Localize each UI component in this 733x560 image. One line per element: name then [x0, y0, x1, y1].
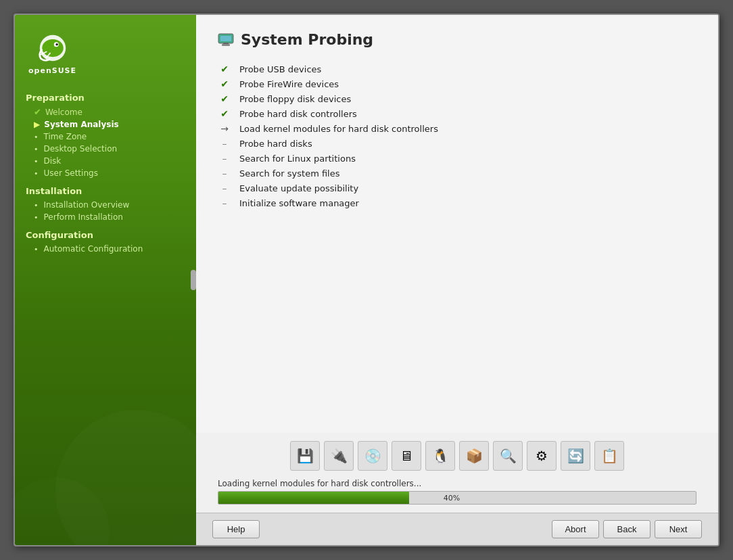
probe-list: ✔ Probe USB devices ✔ Probe FireWire dev…	[218, 62, 696, 210]
sidebar-item-perform-installation[interactable]: • Perform Installation	[15, 211, 196, 223]
svg-rect-9	[220, 36, 231, 41]
settings-icon: ⚙	[527, 441, 557, 471]
sidebar-item-desktop-selection[interactable]: • Desktop Selection	[15, 143, 196, 155]
usb-icon: 💾	[290, 441, 320, 471]
search-icon: 🔍	[493, 441, 523, 471]
probe-label-7: Search for system files	[239, 168, 340, 179]
probe-item-4: → Load kernel modules for hard disk cont…	[218, 121, 696, 136]
probe-item-0: ✔ Probe USB devices	[218, 62, 696, 76]
probe-label-6: Search for Linux partitions	[239, 154, 356, 164]
arrow-icon: ▶	[34, 120, 40, 129]
logo-area: openSUSE	[15, 15, 196, 86]
button-bar: Help Abort Back Next	[196, 513, 718, 545]
nav-configuration: Configuration • Automatic Configuration	[15, 223, 196, 255]
sidebar-item-user-settings[interactable]: • User Settings	[15, 167, 196, 179]
bullet-icon: •	[34, 201, 39, 210]
progress-bar-outer: 40%	[218, 491, 696, 505]
content-area: System Probing ✔ Probe USB devices ✔ Pro…	[196, 15, 718, 433]
probe-item-9: – Initialize software manager	[218, 195, 696, 210]
bullet-icon: •	[34, 245, 39, 254]
probe-item-1: ✔ Probe FireWire devices	[218, 76, 696, 91]
icons-bar: 💾🔌💿🖥🐧📦🔍⚙🔄📋	[196, 433, 718, 476]
probe-label-9: Initialize software manager	[239, 198, 359, 208]
probe-status-3: ✔	[218, 108, 231, 119]
probe-label-0: Probe USB devices	[239, 64, 321, 74]
probe-label-8: Evaluate update possibility	[239, 183, 358, 193]
hdd-icon: 🖥	[392, 441, 421, 471]
section-configuration-title: Configuration	[15, 223, 196, 243]
probe-item-2: ✔ Probe floppy disk devices	[218, 91, 696, 106]
bullet-icon: •	[34, 213, 39, 222]
probe-label-5: Probe hard disks	[239, 139, 312, 149]
back-button[interactable]: Back	[603, 520, 651, 538]
software-icon: 📋	[594, 441, 624, 471]
progress-bar-text: 40%	[218, 492, 690, 504]
svg-point-1	[42, 39, 64, 57]
probe-status-1: ✔	[218, 78, 231, 89]
probe-status-9: –	[218, 197, 231, 208]
main-window: openSUSE Preparation ✔ Welcome ▶ System …	[14, 14, 719, 546]
abort-button[interactable]: Abort	[552, 520, 599, 538]
brand-label: openSUSE	[28, 66, 76, 75]
sidebar-item-system-analysis[interactable]: ▶ System Analysis	[15, 118, 196, 131]
probe-item-8: – Evaluate update possibility	[218, 181, 696, 195]
sidebar-item-installation-overview[interactable]: • Installation Overview	[15, 199, 196, 211]
sidebar-decoration	[15, 342, 196, 545]
probe-label-2: Probe floppy disk devices	[239, 94, 351, 104]
probe-item-3: ✔ Probe hard disk controllers	[218, 106, 696, 121]
bullet-icon: •	[34, 169, 39, 178]
title-svg-icon	[218, 33, 234, 47]
probe-status-7: –	[218, 168, 231, 179]
probe-status-0: ✔	[218, 64, 231, 74]
progress-area: Loading kernel modules for hard disk con…	[196, 476, 718, 513]
probe-item-5: – Probe hard disks	[218, 136, 696, 151]
sidebar-item-time-zone[interactable]: • Time Zone	[15, 131, 196, 143]
bullet-icon: •	[34, 133, 39, 141]
sidebar-item-welcome[interactable]: ✔ Welcome	[15, 106, 196, 118]
probe-label-3: Probe hard disk controllers	[239, 109, 357, 119]
probe-status-8: –	[218, 183, 231, 193]
next-button[interactable]: Next	[655, 520, 702, 538]
linux-icon: 🐧	[425, 441, 455, 471]
sidebar-item-disk[interactable]: • Disk	[15, 155, 196, 167]
sidebar: openSUSE Preparation ✔ Welcome ▶ System …	[15, 15, 196, 545]
probe-label-4: Load kernel modules for hard disk contro…	[239, 124, 438, 134]
sidebar-item-automatic-configuration[interactable]: • Automatic Configuration	[15, 243, 196, 255]
opensuse-logo: openSUSE	[28, 31, 76, 75]
probe-item-7: – Search for system files	[218, 166, 696, 181]
firewire-icon: 🔌	[324, 441, 354, 471]
svg-rect-11	[222, 44, 230, 46]
check-icon: ✔	[34, 107, 41, 117]
gecko-icon	[29, 31, 76, 65]
help-button[interactable]: Help	[212, 520, 260, 538]
probe-status-2: ✔	[218, 93, 231, 104]
sidebar-resize-handle[interactable]	[191, 270, 196, 290]
floppy-icon: 💿	[358, 441, 387, 471]
partition-icon: 📦	[459, 441, 489, 471]
section-preparation-title: Preparation	[15, 86, 196, 106]
probe-label-1: Probe FireWire devices	[239, 79, 339, 89]
page-title: System Probing	[218, 31, 696, 48]
nav-preparation: Preparation ✔ Welcome ▶ System Analysis …	[15, 86, 196, 179]
system-probing-icon	[218, 33, 234, 47]
update-icon: 🔄	[561, 441, 590, 471]
bullet-icon: •	[34, 145, 39, 154]
section-installation-title: Installation	[15, 179, 196, 199]
bullet-icon: •	[34, 157, 39, 166]
nav-installation: Installation • Installation Overview • P…	[15, 179, 196, 223]
probe-status-5: –	[218, 138, 231, 149]
probe-status-4: →	[218, 123, 231, 134]
progress-label: Loading kernel modules for hard disk con…	[218, 479, 696, 488]
right-buttons: Abort Back Next	[552, 520, 702, 538]
svg-point-3	[55, 43, 58, 46]
probe-item-6: – Search for Linux partitions	[218, 151, 696, 166]
main-content: System Probing ✔ Probe USB devices ✔ Pro…	[196, 15, 718, 545]
probe-status-6: –	[218, 153, 231, 164]
